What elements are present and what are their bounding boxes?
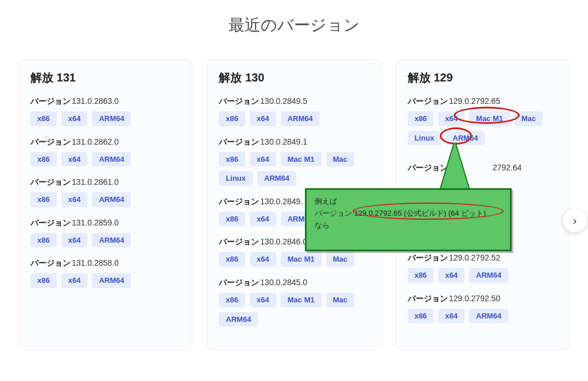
arch-chip-x86[interactable]: x86 [30, 273, 57, 288]
arch-chip-x64[interactable]: x64 [250, 293, 276, 308]
arch-chip-mac-m1[interactable]: Mac M1 [281, 152, 322, 167]
version-label: バージョン [219, 96, 259, 106]
arch-chip-x86[interactable]: x86 [219, 111, 245, 126]
next-arrow-button[interactable]: › [563, 208, 587, 232]
version-block: バージョン129.0.2792.50 x86 x64 ARM64 [408, 293, 558, 324]
arch-chip-x86[interactable]: x86 [30, 192, 57, 207]
arch-chip-mac[interactable]: Mac [514, 111, 543, 126]
version-label: バージョン [30, 96, 71, 106]
arch-chip-x86[interactable]: x86 [408, 268, 434, 283]
arch-chip-x64[interactable]: x64 [250, 212, 276, 227]
arch-chip-mac[interactable]: Mac [326, 152, 354, 167]
arch-chip-arm64[interactable]: ARM64 [281, 111, 320, 126]
arch-chip-mac-m1[interactable]: Mac M1 [469, 111, 510, 126]
release-prefix: 解放 [30, 71, 53, 84]
version-label: バージョン [219, 137, 259, 146]
release-number: 131 [57, 71, 76, 84]
arch-chip-arm64[interactable]: ARM64 [469, 268, 508, 283]
release-number: 130 [245, 71, 264, 84]
arch-chip-mac[interactable]: Mac [326, 293, 354, 308]
callout-line3: なら [315, 220, 502, 232]
callout-line2-prefix: バージョン [315, 209, 352, 217]
release-number: 129 [434, 71, 452, 84]
release-card-131: 解放 131 バージョン131.0.2863.0 x86 x64 ARM64 バ… [18, 59, 192, 350]
arch-chip-arm64[interactable]: ARM64 [469, 309, 508, 324]
version-block: バージョン131.0.2861.0 x86 x64 ARM64 [30, 177, 180, 207]
arch-chip-x64[interactable]: x64 [438, 268, 465, 283]
arch-chip-x64[interactable]: x64 [250, 111, 276, 126]
version-number: 131.0.2859.0 [72, 218, 119, 227]
version-label: バージョン [30, 218, 71, 227]
version-block: バージョン130.0.2845.0 x86 x64 Mac M1 Mac ARM… [219, 277, 369, 326]
arch-chip-x64[interactable]: x64 [61, 192, 88, 207]
release-title: 解放 130 [219, 70, 369, 85]
arch-chip-arm64[interactable]: ARM64 [92, 111, 131, 126]
version-block: バージョン131.0.2858.0 x86 x64 ARM64 [30, 258, 180, 288]
arch-chip-x64[interactable]: x64 [250, 152, 276, 167]
arch-chip-arm64[interactable]: ARM64 [219, 312, 258, 327]
arch-chip-mac[interactable]: Mac [326, 252, 354, 267]
version-block: バージョン XXXXXXX 2792.64 [408, 162, 558, 173]
arch-chip-arm64[interactable]: ARM64 [92, 273, 131, 288]
arch-chip-linux[interactable]: Linux [408, 131, 442, 146]
arch-chip-linux[interactable]: Linux [219, 171, 253, 186]
arch-chip-x86[interactable]: x86 [219, 293, 245, 308]
version-number: 131.0.2863.0 [72, 96, 119, 106]
version-block: バージョン130.0.2849.1 x86 x64 Mac M1 Mac Lin… [219, 137, 369, 186]
release-title: 解放 131 [30, 70, 180, 85]
arch-chip-x64[interactable]: x64 [61, 111, 88, 126]
version-label: バージョン [408, 163, 448, 172]
arch-chip-arm64[interactable]: ARM64 [446, 131, 485, 146]
version-number-partial: 2792.64 [493, 163, 522, 172]
arch-chip-arm64[interactable]: ARM64 [92, 192, 131, 207]
arch-chip-x64[interactable]: x64 [438, 111, 465, 126]
arch-chip-arm64[interactable]: ARM64 [92, 152, 131, 167]
arch-chip-x64[interactable]: x64 [61, 273, 88, 288]
version-label: バージョン [30, 258, 71, 267]
arch-chip-arm64[interactable]: ARM64 [92, 233, 131, 248]
arch-chip-x86[interactable]: x86 [219, 152, 245, 167]
version-number: 130.0.2849.5 [260, 96, 307, 106]
arch-chip-x64[interactable]: x64 [438, 309, 465, 324]
version-label: バージョン [408, 96, 448, 106]
version-number: 130.0.2849. [260, 197, 303, 206]
arch-chip-mac-m1[interactable]: Mac M1 [281, 252, 322, 267]
arch-chip-x86[interactable]: x86 [30, 152, 57, 167]
callout-line1: 例えば [315, 196, 502, 208]
version-block: バージョン130.0.2849.5 x86 x64 ARM64 [219, 96, 369, 126]
version-number: 130.0.2845.0 [260, 278, 307, 287]
arch-chip-x86[interactable]: x86 [30, 233, 57, 248]
arch-chip-x86[interactable]: x86 [30, 111, 57, 126]
arch-chip-mac-m1[interactable]: Mac M1 [281, 293, 322, 308]
arch-chip-x86[interactable]: x86 [408, 309, 434, 324]
arch-chip-x86[interactable]: x86 [219, 252, 245, 267]
release-prefix: 解放 [219, 71, 242, 84]
release-prefix: 解放 [408, 71, 431, 84]
version-label: バージョン [408, 253, 448, 262]
arch-chip-x86[interactable]: x86 [219, 212, 245, 227]
release-title: 解放 129 [408, 70, 558, 85]
version-block: バージョン129.0.2792.52 x86 x64 ARM64 [408, 252, 558, 283]
version-number: 129.0.2792.65 [449, 96, 501, 106]
arch-chip-x86[interactable]: x86 [408, 111, 434, 126]
version-label: バージョン [30, 177, 71, 186]
version-number: 130.0.2849.1 [260, 137, 307, 146]
version-number: 129.0.2792.50 [449, 294, 501, 303]
version-block: バージョン131.0.2863.0 x86 x64 ARM64 [30, 96, 180, 126]
version-label: バージョン [30, 137, 71, 146]
version-block: バージョン131.0.2862.0 x86 x64 ARM64 [30, 137, 180, 167]
arch-chip-arm64[interactable]: ARM64 [257, 171, 296, 186]
version-number: 131.0.2862.0 [72, 137, 119, 146]
chevron-right-icon: › [573, 214, 577, 227]
version-label: バージョン [219, 237, 259, 246]
version-label: バージョン [219, 197, 259, 206]
arch-chip-x64[interactable]: x64 [250, 252, 276, 267]
arch-chip-x64[interactable]: x64 [61, 233, 88, 248]
annotation-callout: 例えば バージョン 129.0.2792.65 (公式ビルド) (64 ビット)… [305, 188, 512, 251]
callout-line2-version: 129.0.2792.65 (公式ビルド) (64 ビット) [354, 209, 486, 217]
version-number: 131.0.2858.0 [72, 258, 119, 267]
version-number: 131.0.2861.0 [72, 177, 119, 186]
version-block: バージョン131.0.2859.0 x86 x64 ARM64 [30, 217, 180, 248]
arch-chip-x64[interactable]: x64 [61, 152, 88, 167]
page-title: 最近のバージョン [0, 14, 588, 36]
